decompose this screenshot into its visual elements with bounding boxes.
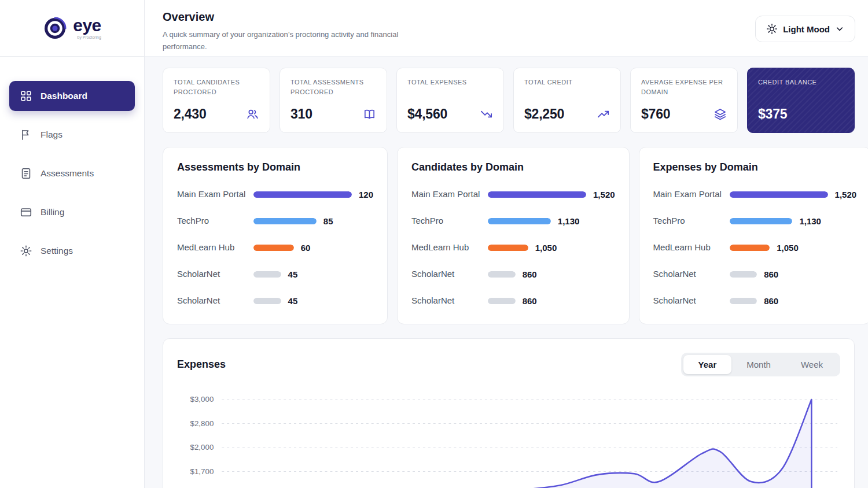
domain-bar [253,298,281,304]
domain-value: 60 [301,243,311,253]
sidebar-item-billing[interactable]: Billing [9,197,135,227]
domain-row: ScholarNet 860 [411,295,615,306]
tab-week[interactable]: Week [786,355,838,374]
users-icon [246,108,259,121]
domain-label: Main Exam Portal [177,188,253,200]
stat-card-candidates: TOTAL CANDIDATES PROCTORED 2,430 [163,68,270,133]
domain-bar [253,271,281,278]
sidebar-item-dashboard[interactable]: Dashboard [9,81,135,111]
stat-card-assessments: TOTAL ASSESSMENTS PROCTORED 310 [279,68,387,133]
trend-up-icon [597,108,610,121]
domain-row: ScholarNet 45 [177,268,373,280]
domain-value: 120 [359,190,373,199]
domain-label: TechPro [411,215,488,227]
stat-label: TOTAL CANDIDATES PROCTORED [174,77,259,98]
stat-value: 310 [290,106,312,122]
domain-label: MedLearn Hub [411,242,488,253]
y-axis-tick-label: $2,000 [190,443,214,452]
sidebar-item-assessments[interactable]: Assessments [9,158,135,188]
card-title: Assessments by Domain [177,161,373,173]
domain-row: TechPro 1,130 [653,215,857,227]
domain-label: ScholarNet [653,268,730,280]
domain-label: Main Exam Portal [411,188,488,200]
domain-row: ScholarNet 860 [653,295,857,306]
domain-value: 1,130 [558,216,580,226]
content: TOTAL CANDIDATES PROCTORED 2,430 TOTAL A… [145,57,868,488]
domain-row: TechPro 1,130 [411,215,615,227]
sidebar-item-label: Assessments [41,168,94,179]
tab-month[interactable]: Month [731,355,786,374]
stat-value: 2,430 [174,106,207,122]
domain-label: Main Exam Portal [653,188,730,200]
chart-range-tabs: Year Month Week [681,353,840,376]
domain-bar [253,245,294,251]
main-area: Overview A quick summary of your organiz… [145,0,868,488]
stat-label: AVERAGE EXPENSE PER DOMAIN [641,77,727,98]
assessments-doc-icon [20,167,32,180]
domain-bar [488,271,516,278]
stat-value: $4,560 [407,106,447,122]
gear-icon [20,245,32,257]
stat-value: $2,250 [524,106,564,122]
page-subtitle: A quick summary of your organization’s p… [163,29,411,53]
brand-name: eye [73,17,101,34]
domain-bar [730,191,828,198]
book-icon [363,108,376,121]
layers-icon [713,108,727,121]
domain-label: TechPro [177,215,253,227]
domain-row: MedLearn Hub 1,050 [653,242,857,253]
expenses-area-fill [265,400,812,488]
card-title: Candidates by Domain [411,161,615,173]
domain-bar [730,218,793,224]
domain-value: 1,050 [777,243,799,253]
stat-card-expenses: TOTAL EXPENSES $4,560 [396,68,504,133]
theme-toggle-button[interactable]: Light Mood [755,16,855,42]
domain-label: ScholarNet [177,268,253,280]
domain-row: Main Exam Portal 1,520 [411,188,615,200]
expenses-chart: $3,000$2,800$2,000$1,700$850 [177,391,840,488]
domain-value: 1,130 [799,216,821,226]
trend-down-icon [480,108,493,121]
expenses-chart-svg: $3,000$2,800$2,000$1,700$850 [177,391,840,488]
expenses-title: Expenses [177,358,226,371]
domain-row: TechPro 85 [177,215,373,227]
stat-card-credit: TOTAL CREDIT $2,250 [513,68,621,133]
y-axis-tick-label: $1,700 [190,467,214,476]
domain-bar [730,245,770,251]
domain-bar [730,271,757,278]
stat-label: TOTAL EXPENSES [407,77,493,98]
sidebar-item-label: Settings [41,246,73,256]
card-title: Expenses by Domain [653,161,857,173]
candidates-by-domain-card: Candidates by Domain Main Exam Portal 1,… [397,147,630,324]
flag-icon [20,128,32,141]
sidebar-item-label: Flags [41,130,62,140]
domain-value: 860 [764,269,778,279]
domain-bar [488,218,551,224]
stat-card-credit-balance: CREDIT BALANCE $375 [747,68,855,133]
brand-logo: eye by Proctoring [0,0,144,57]
stat-value: $375 [758,106,787,122]
theme-toggle-label: Light Mood [783,24,830,34]
sidebar-item-label: Billing [41,207,64,217]
domain-label: ScholarNet [411,268,488,280]
domain-row: Main Exam Portal 1,520 [653,188,857,200]
domain-bar [730,298,757,304]
domain-row: MedLearn Hub 1,050 [411,242,615,253]
domain-row: MedLearn Hub 60 [177,242,373,253]
sidebar-item-settings[interactable]: Settings [9,236,135,266]
chevron-down-icon [835,24,844,34]
domain-value: 45 [288,296,298,306]
stat-card-avg-expense: AVERAGE EXPENSE PER DOMAIN $760 [630,68,738,133]
sun-icon [766,23,778,35]
tab-year[interactable]: Year [683,355,732,374]
domain-label: TechPro [653,215,730,227]
dashboard-grid-icon [20,90,32,102]
sidebar-item-flags[interactable]: Flags [9,120,135,150]
assessments-by-domain-card: Assessments by Domain Main Exam Portal 1… [163,147,388,324]
billing-wallet-icon [20,206,32,219]
stat-label: CREDIT BALANCE [758,77,844,98]
domain-value: 860 [523,296,537,306]
domain-label: ScholarNet [177,295,253,306]
domain-bar [253,218,317,224]
domain-bar [253,191,352,198]
